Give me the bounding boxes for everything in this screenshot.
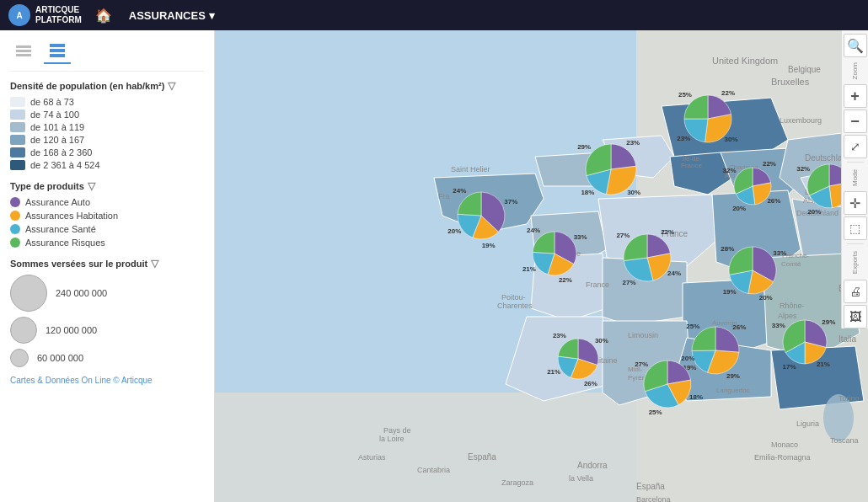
density-legend-item: de 101 à 119: [10, 122, 204, 132]
svg-text:Belgique: Belgique: [788, 65, 821, 74]
products-filter-icon[interactable]: ▽: [88, 180, 95, 192]
svg-text:Zaragoza: Zaragoza: [501, 478, 533, 487]
svg-text:Bruxelles: Bruxelles: [771, 77, 810, 87]
svg-text:France: France: [662, 229, 689, 238]
somme-legend-item: 240 000 000: [10, 275, 204, 312]
layer-view-btn[interactable]: [10, 37, 37, 64]
sidebar: Densité de population (en hab/km²) ▽ de …: [0, 30, 215, 502]
zoom-in-btn[interactable]: +: [844, 84, 867, 108]
select-tool-btn[interactable]: ⬚: [844, 216, 867, 240]
svg-text:Charentes: Charentes: [497, 302, 533, 310]
svg-text:Alsace: Alsace: [803, 196, 826, 205]
svg-text:Toscana: Toscana: [830, 436, 859, 445]
logo-text: ARTICQUE PLATFORM: [35, 5, 82, 25]
svg-text:France: France: [681, 162, 702, 169]
svg-rect-1: [16, 50, 31, 52]
sidebar-view-icons: [10, 37, 204, 72]
zoom-label: Zoom: [851, 62, 859, 79]
svg-text:Lorraine: Lorraine: [805, 188, 833, 196]
map-svg: .region { stroke: #fff; stroke-width: 1;…: [215, 30, 868, 502]
products-title: Type de produits ▽: [10, 180, 204, 192]
svg-text:Rhône-: Rhône-: [780, 302, 805, 310]
map-tools: 🔍 Zoom + − ⤢ Mode ✛ ⬚ Exports 🖨 🖼: [841, 30, 868, 328]
svg-rect-8: [215, 393, 636, 502]
search-tool-btn[interactable]: 🔍: [844, 34, 867, 57]
product-legend-item: Assurance Risques: [10, 238, 204, 248]
sommes-title: Sommes versées sur le produit ▽: [10, 258, 204, 270]
expand-btn[interactable]: ⤢: [844, 135, 867, 158]
tool-divider-1: [847, 162, 864, 163]
svg-text:Languedoc: Languedoc: [716, 387, 750, 394]
svg-text:Fra: Fra: [438, 192, 450, 200]
svg-text:France: France: [586, 280, 609, 289]
logo-area: A ARTICQUE PLATFORM: [8, 4, 82, 26]
move-tool-btn[interactable]: ✛: [844, 191, 867, 215]
logo-icon: A: [8, 4, 30, 26]
mode-label: Mode: [851, 169, 859, 186]
somme-legend-item: 120 000 000: [10, 317, 204, 344]
svg-text:Aquitaine: Aquitaine: [586, 356, 618, 365]
svg-text:Asturias: Asturias: [358, 453, 386, 462]
svg-text:United Kingdom: United Kingdom: [712, 56, 778, 66]
density-title: Densité de population (en hab/km²) ▽: [10, 80, 204, 92]
sommes-filter-icon[interactable]: ▽: [151, 258, 158, 270]
density-filter-icon[interactable]: ▽: [168, 80, 175, 92]
svg-text:Comté: Comté: [781, 260, 801, 268]
density-legend: de 68 à 73de 74 à 100de 101 à 119de 120 …: [10, 97, 204, 170]
svg-text:Deutschland: Deutschland: [796, 209, 839, 217]
svg-text:Andorra: Andorra: [577, 461, 608, 470]
zoom-out-btn[interactable]: −: [844, 109, 867, 133]
sommes-legend: 240 000 000120 000 00060 000 000: [10, 275, 204, 367]
svg-rect-3: [50, 44, 65, 47]
svg-rect-0: [16, 45, 31, 48]
svg-text:Pyrénées: Pyrénées: [628, 374, 656, 382]
svg-text:Italia: Italia: [839, 334, 857, 344]
map-area[interactable]: .region { stroke: #fff; stroke-width: 1;…: [215, 30, 868, 502]
svg-text:Saint Helier: Saint Helier: [451, 165, 490, 174]
nav-assurances[interactable]: ASSURANCES ▾: [129, 9, 215, 22]
svg-text:Midi-: Midi-: [628, 366, 643, 373]
svg-rect-4: [50, 49, 65, 52]
print-btn[interactable]: 🖨: [844, 280, 867, 303]
svg-text:Alpes: Alpes: [778, 312, 797, 320]
product-legend-item: Assurance Santé: [10, 224, 204, 234]
svg-rect-5: [50, 54, 65, 57]
svg-text:Cantabria: Cantabria: [417, 466, 450, 474]
svg-text:Auvergn...: Auvergn...: [712, 319, 742, 327]
svg-text:Normandie: Normandie: [544, 249, 581, 258]
main-layout: Densité de population (en hab/km²) ▽ de …: [0, 30, 868, 502]
svg-text:Poitou-: Poitou-: [501, 293, 526, 302]
svg-text:Barcelona: Barcelona: [636, 495, 671, 502]
list-view-btn[interactable]: [44, 37, 71, 64]
svg-text:Champag...: Champag...: [729, 163, 764, 171]
svg-text:Emilia-Romagna: Emilia-Romagna: [754, 453, 811, 462]
image-btn[interactable]: 🖼: [844, 305, 867, 328]
density-legend-item: de 168 à 2 360: [10, 147, 204, 158]
density-legend-item: de 68 à 73: [10, 97, 204, 107]
svg-text:Monaco: Monaco: [771, 441, 798, 449]
exports-label: Exports: [851, 251, 859, 274]
svg-text:Ard...: Ard...: [725, 172, 741, 179]
svg-text:Franche-: Franche-: [782, 252, 809, 259]
density-legend-item: de 2 361 à 4 524: [10, 160, 204, 170]
svg-text:Pays de: Pays de: [383, 426, 411, 435]
tool-divider-2: [847, 243, 864, 244]
product-legend-item: Assurance Auto: [10, 197, 204, 207]
svg-text:Torino: Torino: [839, 394, 860, 403]
svg-text:España: España: [468, 452, 496, 462]
somme-legend-item: 60 000 000: [10, 349, 204, 367]
product-legend-item: Assurances Habitation: [10, 211, 204, 221]
navbar: A ARTICQUE PLATFORM 🏠 ASSURANCES ▾: [0, 0, 868, 30]
products-legend: Assurance AutoAssurances HabitationAssur…: [10, 197, 204, 248]
footer-link[interactable]: Cartes & Données On Line © Articque: [10, 376, 204, 385]
density-legend-item: de 74 à 100: [10, 109, 204, 120]
svg-text:España: España: [636, 482, 665, 491]
svg-rect-2: [16, 54, 31, 56]
svg-text:Basse-: Basse-: [548, 241, 571, 249]
svg-text:Luxembourg: Luxembourg: [780, 116, 822, 125]
svg-text:la Loire: la Loire: [379, 435, 405, 443]
density-legend-item: de 120 à 167: [10, 135, 204, 145]
svg-text:Limousin: Limousin: [628, 331, 658, 339]
home-icon[interactable]: 🏠: [95, 8, 112, 24]
svg-text:la Vella: la Vella: [569, 474, 593, 483]
